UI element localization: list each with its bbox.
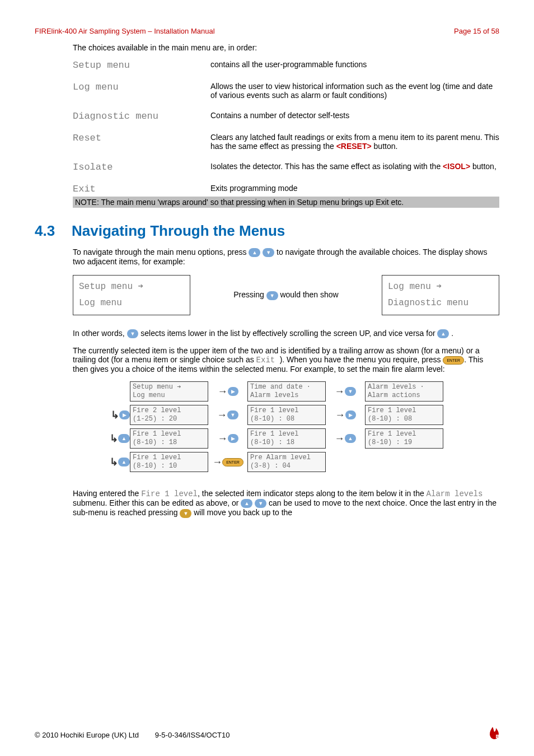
diagram-cell: Time and date ·Alarm levels [247, 381, 326, 402]
diagram-cell: Fire 1 level(8-10) : 19 [365, 428, 443, 449]
down-arrow-icon: ▼ [180, 509, 191, 518]
menu-log-label: Log menu [73, 82, 205, 100]
menu-exit-desc: Exits programming mode [210, 184, 499, 194]
diagram-cell: Pre Alarm level(3-8) : 04 [247, 452, 326, 472]
down-arrow-icon: ▼ [127, 329, 139, 338]
menu-reset-label: Reset [73, 133, 205, 151]
diagram-cell: Alarm levels ·Alarm actions [365, 381, 443, 402]
menu-setup-desc: contains all the user-programmable funct… [210, 60, 499, 71]
nav-para-2: In other words, ▼ selects items lower in… [73, 329, 499, 338]
svg-text:E: E [496, 735, 499, 738]
isol-button-ref: <ISOL> [443, 162, 470, 171]
diagram-cell: Fire 1 level(8-10) : 08 [365, 405, 443, 425]
diagram-cell: Fire 2 level(1-25) : 20 [130, 405, 208, 425]
doc-ref: 9-5-0-346/ISS4/OCT10 [155, 731, 230, 739]
right-arrow-icon: ▶ [119, 410, 130, 419]
enter-icon: ENTER [222, 458, 243, 466]
right-arrow-icon: ▶ [228, 387, 238, 396]
menu-diag-label: Diagnostic menu [73, 111, 205, 122]
down-arrow-icon: ▼ [227, 410, 239, 419]
diagram-cell: Fire 1 level(8-10) : 08 [247, 405, 326, 425]
lcd-example-1: Setup menu ➔ Log menu [73, 275, 190, 315]
menu-isolate-label: Isolate [73, 162, 205, 172]
doc-title: FIRElink-400 Air Sampling System – Insta… [35, 27, 215, 35]
up-arrow-icon: ▲ [241, 499, 252, 508]
enter-icon: ENTER [443, 356, 464, 365]
note-wraps: NOTE: The main menu 'wraps around' so th… [73, 197, 499, 208]
up-arrow-icon: ▲ [118, 434, 130, 443]
copyright: © 2010 Hochiki Europe (UK) Ltd [35, 731, 139, 739]
nav-para-1: To navigate through the main menu option… [73, 248, 499, 266]
up-arrow-icon: ▲ [118, 458, 130, 466]
reset-button-ref: <RESET> [336, 142, 372, 151]
menu-reset-desc: Clears any latched fault readings or exi… [210, 133, 499, 151]
diagram-cell: Fire 1 level(8-10) : 18 [247, 428, 326, 449]
section-heading: 4.3Navigating Through the Menus [35, 222, 499, 240]
right-arrow-icon: ▶ [345, 410, 356, 419]
down-arrow-icon: ▼ [345, 387, 357, 396]
menu-exit-label: Exit [73, 184, 205, 194]
diagram-cell: Fire 1 level(8-10) : 18 [130, 428, 208, 449]
pressing-text: Pressing ▼ would then show [195, 290, 377, 300]
right-arrow-icon: ▶ [228, 434, 238, 443]
up-arrow-icon: ▲ [345, 434, 357, 443]
menu-setup-label: Setup menu [73, 60, 205, 71]
down-arrow-icon: ▼ [255, 499, 266, 508]
menu-log-desc: Allows the user to view historical infor… [210, 82, 499, 100]
nav-para-3: The currently selected item is the upper… [73, 346, 499, 374]
hochiki-logo-icon: E [489, 727, 499, 739]
page-number: Page 15 of 58 [454, 27, 499, 35]
flow-arrow-icon: → [218, 386, 228, 398]
up-arrow-icon: ▲ [249, 248, 260, 257]
up-arrow-icon: ▲ [437, 329, 449, 338]
menu-diag-desc: Contains a number of detector self-tests [210, 111, 499, 122]
down-arrow-icon: ▼ [266, 291, 278, 300]
intro-text: The choices available in the main menu a… [73, 43, 499, 52]
lcd-example-2: Log menu ➔ Diagnostic menu [382, 275, 499, 315]
diagram-cell: Setup menu ➔Log menu [130, 381, 208, 402]
menu-isolate-desc: Isolates the detector. This has the same… [210, 162, 499, 172]
closing-para: Having entered the Fire 1 level, the sel… [73, 489, 499, 518]
flow-arrow-icon: → [335, 386, 345, 398]
diagram-cell: Fire 1 level(8-10) : 10 [130, 452, 208, 472]
navigation-diagram: Setup menu ➔Log menu →▶ Time and date ·A… [91, 381, 499, 472]
menu-definitions: Setup menu contains all the user-program… [73, 60, 499, 194]
down-arrow-icon: ▼ [263, 248, 274, 257]
